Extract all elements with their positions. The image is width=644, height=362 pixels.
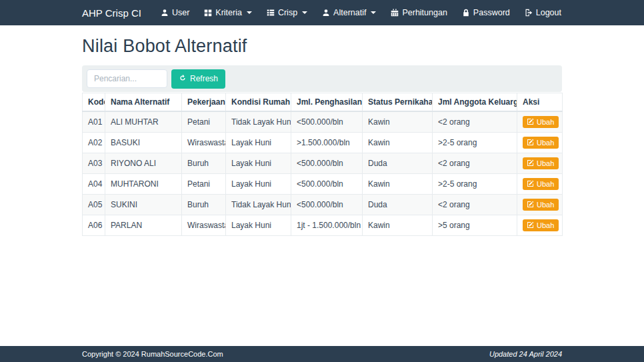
cell-kode: A04 [83,174,105,195]
alternatif-table: Kode Nama Alternatif Pekerjaan Kondisi R… [82,93,563,236]
table-row: A04 MUHTARONI Petani Layak Huni <500.000… [83,174,563,195]
cell-nama-alternatif: RIYONO ALI [105,153,182,174]
table-row: A03 RIYONO ALI Buruh Layak Huni <500.000… [83,153,563,174]
col-header-kode: Kode [83,93,105,112]
page-title: Nilai Bobot Alternatif [82,36,562,57]
user-icon [322,9,330,17]
brand-link[interactable]: AHP Crisp CI [82,7,141,19]
nav-item-perhitungan[interactable]: Perhitungan [383,0,454,25]
chevron-down-icon [302,11,307,14]
col-header-anggota: Jml Anggota Keluarga [433,93,517,112]
cell-nama-alternatif: SUKINI [105,195,182,215]
ubah-button[interactable]: Ubah [523,219,559,231]
cell-kondisi-rumah: Layak Huni [226,133,291,153]
col-header-nama: Nama Alternatif [105,93,182,112]
search-input[interactable] [87,69,167,88]
cell-penghasilan: 1jt - 1.500.000/bln [291,215,363,236]
cell-status-pernikahan: Duda [363,195,433,215]
table-row: A06 PARLAN Wiraswasta Layak Huni 1jt - 1… [83,215,563,236]
nav-item-label: User [172,8,189,17]
cell-penghasilan: >1.500.000/bln [291,133,363,153]
footer: Copyright © 2024 RumahSourceCode.Com Upd… [0,346,644,362]
table-body: A01 ALI MUHTAR Petani Tidak Layak Huni <… [83,111,563,236]
edit-icon [527,118,534,126]
cell-pekerjaan: Petani [182,174,226,195]
col-header-status: Status Pernikahan [363,93,433,112]
cell-anggota-keluarga: >5 orang [433,215,517,236]
cell-pekerjaan: Petani [182,111,226,133]
footer-updated: Updated 24 April 2024 [489,350,562,358]
lock-icon [462,9,470,17]
nav-item-crisp[interactable]: Crisp [259,0,315,25]
edit-icon [527,201,534,209]
th-large-icon [204,9,212,17]
edit-icon [527,139,534,147]
cell-pekerjaan: Wiraswasta [182,215,226,236]
nav-item-label: Kriteria [215,8,242,17]
navbar: AHP Crisp CI User Kriteria Crisp Alterna… [0,0,644,25]
calendar-icon [391,9,399,17]
cell-pekerjaan: Wiraswasta [182,133,226,153]
cell-status-pernikahan: Kawin [363,133,433,153]
cell-kondisi-rumah: Layak Huni [226,153,291,174]
cell-kondisi-rumah: Tidak Layak Huni [226,111,291,133]
cell-anggota-keluarga: <2 orang [433,111,517,133]
ubah-button[interactable]: Ubah [523,199,559,211]
toolbar: Refresh [82,65,562,92]
table-header-row: Kode Nama Alternatif Pekerjaan Kondisi R… [83,93,563,112]
table-row: A02 BASUKI Wiraswasta Layak Huni >1.500.… [83,133,563,153]
refresh-icon [179,74,187,84]
nav-item-label: Password [473,8,510,17]
cell-aksi: Ubah [517,153,563,174]
edit-icon [527,159,534,167]
col-header-kondisi: Kondisi Rumah [226,93,291,112]
cell-nama-alternatif: ALI MUHTAR [105,111,182,133]
edit-icon [527,180,534,188]
user-icon [161,9,169,17]
th-list-icon [267,9,275,17]
nav-item-logout[interactable]: Logout [517,0,569,25]
cell-aksi: Ubah [517,215,563,236]
cell-pekerjaan: Buruh [182,153,226,174]
footer-copyright: Copyright © 2024 RumahSourceCode.Com [82,350,223,358]
nav-item-alternatif[interactable]: Alternatif [315,0,383,25]
cell-nama-alternatif: MUHTARONI [105,174,182,195]
cell-kondisi-rumah: Tidak Layak Huni [226,195,291,215]
cell-anggota-keluarga: <2 orang [433,195,517,215]
cell-penghasilan: <500.000/bln [291,174,363,195]
cell-kode: A05 [83,195,105,215]
ubah-button[interactable]: Ubah [523,137,559,149]
cell-kode: A02 [83,133,105,153]
col-header-pekerjaan: Pekerjaan [182,93,226,112]
edit-icon [527,221,534,229]
nav-item-label: Logout [536,8,561,17]
cell-anggota-keluarga: >2-5 orang [433,133,517,153]
chevron-down-icon [371,11,376,14]
col-header-aksi: Aksi [517,93,563,112]
table-row: A01 ALI MUHTAR Petani Tidak Layak Huni <… [83,111,563,133]
ubah-button[interactable]: Ubah [523,116,559,128]
ubah-button[interactable]: Ubah [523,157,559,169]
cell-kondisi-rumah: Layak Huni [226,174,291,195]
main-content: Nilai Bobot Alternatif Refresh Kode Nama… [72,36,572,236]
ubah-button[interactable]: Ubah [523,178,559,190]
cell-status-pernikahan: Kawin [363,174,433,195]
cell-status-pernikahan: Kawin [363,215,433,236]
cell-penghasilan: <500.000/bln [291,153,363,174]
cell-aksi: Ubah [517,111,563,133]
cell-kode: A01 [83,111,105,133]
nav-item-kriteria[interactable]: Kriteria [197,0,259,25]
refresh-button[interactable]: Refresh [171,69,225,89]
cell-penghasilan: <500.000/bln [291,111,363,133]
nav-item-password[interactable]: Password [455,0,517,25]
chevron-down-icon [247,11,252,14]
table-row: A05 SUKINI Buruh Tidak Layak Huni <500.0… [83,195,563,215]
nav-item-user[interactable]: User [153,0,197,25]
cell-nama-alternatif: PARLAN [105,215,182,236]
cell-aksi: Ubah [517,174,563,195]
nav-item-label: Perhitungan [402,8,447,17]
logout-icon [525,9,533,17]
cell-status-pernikahan: Kawin [363,111,433,133]
cell-penghasilan: <500.000/bln [291,195,363,215]
nav-item-label: Alternatif [333,8,366,17]
